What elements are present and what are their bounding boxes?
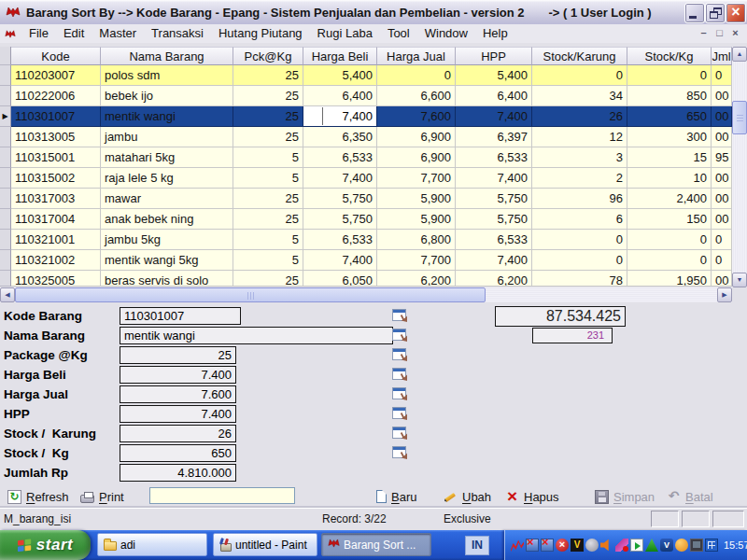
cell-kode[interactable]: 110315002: [11, 168, 101, 189]
cell-harga-jual[interactable]: 0: [377, 65, 456, 86]
form-field-harga-jual[interactable]: 7.600: [120, 385, 236, 403]
cell-hpp[interactable]: 6,400: [456, 86, 532, 106]
cell-kode[interactable]: 110313005: [11, 127, 101, 147]
cell-stock-kg[interactable]: 1,950: [627, 271, 712, 287]
cell-harga-jual[interactable]: 6,600: [377, 86, 456, 106]
cell-nama-barang[interactable]: mentik wangi 5kg: [101, 250, 233, 271]
form-field-hpp[interactable]: 7.400: [120, 405, 236, 423]
table-row[interactable]: 110313005jambu256,3506,9006,3971230000: [0, 127, 732, 147]
form-field-nama-barang[interactable]: mentik wangi: [120, 327, 393, 344]
menu-item-file[interactable]: File: [21, 24, 56, 43]
table-row[interactable]: 110315002raja lele 5 kg57,4007,7007,4002…: [0, 168, 732, 189]
cell-nama-barang[interactable]: mentik wangi: [101, 106, 233, 127]
cell-stock-karung[interactable]: 12: [532, 127, 627, 147]
cell-stock-kg[interactable]: 850: [627, 86, 712, 106]
mdi-minimize-icon[interactable]: –: [696, 26, 712, 40]
column-header-harga-jual[interactable]: Harga Jual: [377, 47, 456, 65]
menu-item-window[interactable]: Window: [417, 24, 475, 43]
baru-button[interactable]: Baru: [374, 487, 416, 506]
column-header-jml[interactable]: Jml: [712, 47, 732, 65]
cell-harga-jual[interactable]: 5,900: [377, 189, 456, 209]
minimize-button[interactable]: [684, 3, 705, 23]
start-button[interactable]: start: [0, 530, 91, 560]
cell-harga-jual[interactable]: 7,600: [377, 106, 456, 127]
lookup-icon[interactable]: [392, 309, 406, 321]
monitor-icon[interactable]: [690, 539, 703, 552]
cell-pck-kg[interactable]: 25: [233, 127, 303, 147]
cell-stock-kg[interactable]: 0: [627, 250, 712, 271]
cell-harga-jual[interactable]: 5,900: [377, 209, 456, 230]
menu-item-rugi-laba[interactable]: Rugi Laba: [310, 24, 380, 43]
refresh-button[interactable]: Refresh: [7, 487, 69, 506]
cell-kode[interactable]: 110321001: [11, 230, 101, 250]
cell-hpp[interactable]: 5,400: [456, 65, 532, 86]
cell-jml[interactable]: 00: [712, 189, 732, 209]
network-disabled-icon[interactable]: [541, 539, 554, 552]
cell-harga-beli[interactable]: 5,750: [303, 209, 377, 230]
cell-hpp[interactable]: 7,400: [456, 106, 532, 127]
lookup-icon[interactable]: [392, 329, 406, 341]
cell-hpp[interactable]: 6,533: [456, 230, 532, 250]
triangle-icon[interactable]: [645, 539, 658, 552]
cell-nama-barang[interactable]: jambu: [101, 127, 233, 147]
cell-jml[interactable]: 00: [712, 106, 732, 127]
cell-jml[interactable]: 00: [712, 271, 732, 287]
cell-nama-barang[interactable]: raja lele 5 kg: [101, 168, 233, 189]
cell-jml[interactable]: 0: [712, 250, 732, 271]
cell-harga-beli[interactable]: 6,050: [303, 271, 377, 287]
cell-harga-jual[interactable]: 6,200: [377, 271, 456, 287]
scroll-left-icon[interactable]: ◀: [0, 287, 15, 302]
restore-button[interactable]: [705, 3, 726, 23]
cell-harga-beli[interactable]: 6,533: [303, 230, 377, 250]
cell-jml[interactable]: 0: [712, 230, 732, 250]
cell-harga-jual[interactable]: 7,700: [377, 250, 456, 271]
print-button[interactable]: Print: [80, 487, 124, 506]
cell-harga-beli[interactable]: 6,400: [303, 86, 377, 106]
cell-hpp[interactable]: 5,750: [456, 189, 532, 209]
cell-nama-barang[interactable]: beras servis di solo: [101, 271, 233, 287]
line-graph-red-icon[interactable]: [511, 539, 524, 552]
volume-icon[interactable]: [600, 539, 613, 552]
search-input[interactable]: [149, 487, 295, 504]
cell-harga-beli[interactable]: 7,400: [303, 250, 377, 271]
lookup-icon[interactable]: [392, 368, 406, 380]
cell-harga-beli[interactable]: 5,750: [303, 189, 377, 209]
volume-muted-icon[interactable]: [585, 539, 599, 552]
cell-stock-karung[interactable]: 34: [532, 86, 627, 106]
cell-stock-kg[interactable]: 300: [627, 127, 712, 147]
column-header-nama-barang[interactable]: Nama Barang: [101, 47, 233, 65]
cell-harga-beli[interactable]: 6,533: [303, 147, 377, 168]
form-field-jumlah-rp[interactable]: 4.810.000: [120, 464, 236, 482]
menu-item-master[interactable]: Master: [92, 24, 144, 43]
form-field-kode-barang[interactable]: 110301007: [120, 307, 241, 325]
cell-pck-kg[interactable]: 25: [233, 209, 303, 230]
cell-jml[interactable]: 0: [712, 65, 732, 86]
taskbar-task-barang-sort[interactable]: Barang Sort ...: [321, 533, 431, 556]
lookup-icon[interactable]: [392, 387, 406, 399]
cell-pck-kg[interactable]: 25: [233, 106, 303, 127]
cell-hpp[interactable]: 7,400: [456, 250, 532, 271]
cell-jml[interactable]: 00: [712, 209, 732, 230]
cell-hpp[interactable]: 6,200: [456, 271, 532, 287]
window-icon[interactable]: [705, 539, 718, 552]
table-row[interactable]: 110321002mentik wangi 5kg57,4007,7007,40…: [0, 250, 732, 271]
cell-jml[interactable]: 00: [712, 86, 732, 106]
horizontal-scroll-thumb[interactable]: [15, 287, 486, 302]
cell-nama-barang[interactable]: jambu 5kg: [101, 230, 233, 250]
cell-nama-barang[interactable]: anak bebek ning: [101, 209, 233, 230]
table-row[interactable]: 110317004anak bebek ning255,7505,9005,75…: [0, 209, 732, 230]
lookup-icon[interactable]: [392, 446, 406, 458]
cell-stock-kg[interactable]: 0: [627, 65, 712, 86]
cell-stock-kg[interactable]: 15: [627, 147, 712, 168]
cell-pck-kg[interactable]: 5: [233, 168, 303, 189]
cell-stock-karung[interactable]: 2: [532, 168, 627, 189]
cell-stock-kg[interactable]: 650: [627, 106, 712, 127]
hapus-button[interactable]: Hapus: [505, 487, 559, 506]
cell-stock-karung[interactable]: 3: [532, 147, 627, 168]
cell-stock-kg[interactable]: 2,400: [627, 189, 712, 209]
table-row[interactable]: 110315001matahari 5kg56,5336,9006,533315…: [0, 147, 732, 168]
cell-nama-barang[interactable]: mawar: [101, 189, 233, 209]
lookup-icon[interactable]: [392, 348, 406, 360]
cell-stock-kg[interactable]: 10: [627, 168, 712, 189]
cell-pck-kg[interactable]: 25: [233, 86, 303, 106]
